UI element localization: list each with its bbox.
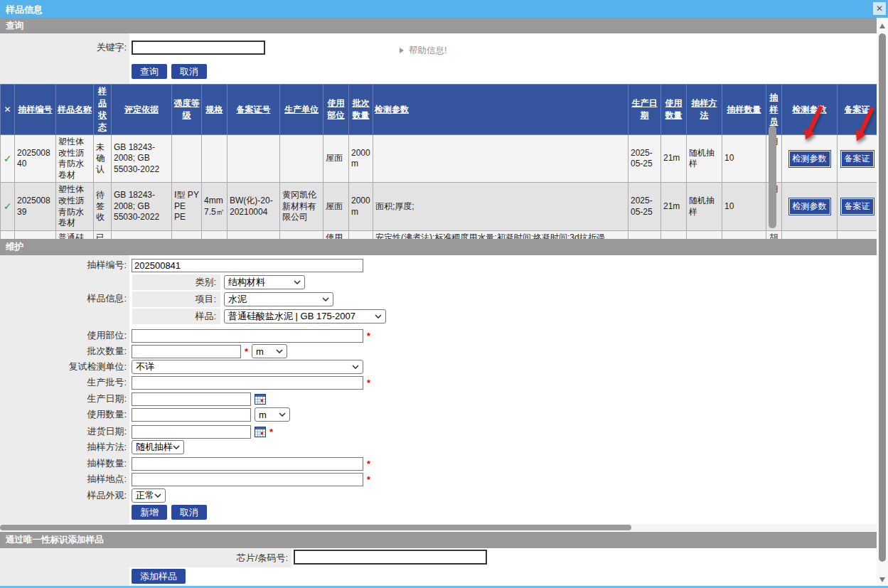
purchase-date-input[interactable] <box>132 425 251 439</box>
cell-batch-qty: 2000m <box>349 183 373 230</box>
col-header-sample-name[interactable]: 样品名称 <box>56 85 94 135</box>
category-select[interactable]: 结构材料 <box>224 275 305 289</box>
help-info-link[interactable]: 帮助信息! <box>400 45 446 57</box>
sample-place-input[interactable] <box>132 473 363 486</box>
add-sample-button[interactable]: 添加样品 <box>132 569 186 584</box>
cell-grade <box>172 135 202 183</box>
chevron-down-icon <box>154 493 161 498</box>
cell-use-part: 屋面 <box>323 183 349 230</box>
chevron-down-icon <box>173 445 180 449</box>
calendar-icon[interactable] <box>255 394 266 405</box>
cell-batch-qty: 2000m <box>349 135 373 183</box>
chip-barcode-input[interactable] <box>294 550 487 565</box>
prod-batch-input[interactable] <box>132 376 363 390</box>
use-part-input[interactable] <box>132 329 363 343</box>
batch-qty-unit-select[interactable]: m <box>252 344 287 358</box>
sample-no-input[interactable] <box>132 259 363 272</box>
method-select[interactable]: 随机抽样 <box>132 440 184 454</box>
close-icon[interactable]: ✕ <box>873 2 886 15</box>
col-header-batch-qty[interactable]: 批次数量 <box>349 85 373 135</box>
cell-params <box>373 135 628 183</box>
col-header-use-qty[interactable]: 使用数量 <box>661 85 687 135</box>
row-select-cell[interactable]: ✓ <box>1 135 15 183</box>
cell-use-qty: 21m <box>661 135 687 183</box>
col-header-producer[interactable]: 生产单位 <box>280 85 323 135</box>
calendar-icon[interactable] <box>255 427 266 437</box>
section-header-maintain: 维护 <box>0 239 877 255</box>
maintain-cancel-button[interactable]: 取消 <box>171 505 207 520</box>
chevron-down-icon <box>279 412 286 417</box>
search-button[interactable]: 查询 <box>132 64 167 79</box>
project-select[interactable]: 水泥 <box>224 292 333 306</box>
use-qty-input[interactable] <box>132 408 251 422</box>
cell-sample-qty: 10 <box>722 183 766 230</box>
use-qty-unit-select[interactable]: m <box>255 407 290 422</box>
purchase-date-label: 进货日期: <box>0 424 127 439</box>
col-header-method[interactable]: 抽样方法 <box>687 85 722 135</box>
appearance-select[interactable]: 正常 <box>132 488 166 503</box>
required-mark: * <box>367 378 370 388</box>
cell-producer <box>280 135 323 183</box>
cell-params-button: 检测参数 <box>782 183 838 230</box>
vertical-scrollbar-thumb[interactable] <box>879 33 886 562</box>
cell-grade: Ⅰ型 PY PE PE <box>172 183 202 230</box>
batch-qty-label: 批次数量: <box>0 343 127 359</box>
cell-params-button: 检测参数 <box>782 135 838 183</box>
retest-unit-select[interactable]: 不详 <box>132 360 363 374</box>
col-header-cert-no[interactable]: 备案证号 <box>228 85 280 135</box>
cell-cert-no: BW(化)-20-20210004 <box>228 183 280 230</box>
col-header-spec[interactable]: 规格 <box>202 85 228 135</box>
cell-cert-no <box>228 135 280 183</box>
col-header-basis[interactable]: 评定依据 <box>112 85 172 135</box>
horizontal-scrollbar-thumb[interactable] <box>0 525 631 530</box>
col-header-use-part[interactable]: 使用部位 <box>323 85 349 135</box>
batch-qty-input[interactable] <box>132 345 241 358</box>
sample-select[interactable]: 普通硅酸盐水泥 | GB 175-2007 <box>224 309 386 324</box>
cert-button[interactable]: 备案证 <box>841 198 874 215</box>
prod-batch-label: 生产批号: <box>0 375 127 390</box>
params-button[interactable]: 检测参数 <box>789 151 830 167</box>
table-row: ✓ 202500839 塑性体改性沥青防水卷材 待签收 GB 18243-200… <box>1 183 877 230</box>
vertical-scrollbar[interactable] <box>877 18 888 588</box>
col-header-select[interactable]: ✕ <box>1 85 15 135</box>
table-scrollbar-thumb[interactable] <box>769 126 776 228</box>
help-text: 帮助信息! <box>409 46 446 55</box>
sample-label: 样品: <box>132 309 220 324</box>
scroll-up-icon[interactable] <box>879 23 885 28</box>
cell-sample-no: 202500839 <box>15 183 56 230</box>
params-button[interactable]: 检测参数 <box>789 198 830 215</box>
col-header-grade[interactable]: 强度等级 <box>172 85 202 135</box>
query-cancel-button[interactable]: 取消 <box>171 64 207 79</box>
sample-no-label: 抽样编号: <box>0 257 127 273</box>
prod-date-label: 生产日期: <box>0 391 127 407</box>
cell-sample-no: 202500840 <box>15 135 56 183</box>
cell-params: 面积;厚度; <box>373 183 628 230</box>
keyword-input[interactable] <box>132 41 265 55</box>
sample-qty-input[interactable] <box>132 457 363 471</box>
dialog-content: 查询 关键字: 帮助信息! 查询 取消 ✕ 抽样编号 样品名称 <box>0 18 877 588</box>
scroll-down-icon[interactable] <box>879 577 885 582</box>
query-panel: 关键字: 帮助信息! 查询 取消 <box>0 33 877 84</box>
appearance-label: 样品外观: <box>0 488 127 503</box>
col-header-params[interactable]: 检测参数 <box>373 85 628 135</box>
col-header-status[interactable]: 样品状态 <box>94 85 112 135</box>
check-icon: ✓ <box>4 153 12 164</box>
col-header-prod-date[interactable]: 生产日期 <box>628 85 661 135</box>
chevron-down-icon <box>352 365 359 369</box>
cell-basis: GB 18243-2008; GB 55030-2022 <box>112 183 172 230</box>
cert-button[interactable]: 备案证 <box>841 151 874 167</box>
project-label: 项目: <box>132 292 220 307</box>
chevron-down-icon <box>276 349 283 353</box>
col-header-sample-no[interactable]: 抽样编号 <box>15 85 56 135</box>
table-header-row: ✕ 抽样编号 样品名称 样品状态 评定依据 强度等级 规格 备案证号 生产单位 … <box>1 85 877 135</box>
required-mark: * <box>367 331 370 341</box>
add-button[interactable]: 新增 <box>132 505 167 520</box>
chevron-down-icon <box>322 297 329 301</box>
check-icon: ✓ <box>4 201 12 212</box>
prod-date-input[interactable] <box>132 392 251 406</box>
dialog-titlebar: 样品信息 ✕ <box>0 0 888 18</box>
col-header-sample-qty[interactable]: 抽样数量 <box>722 85 766 135</box>
cell-spec <box>202 135 228 183</box>
horizontal-scrollbar[interactable] <box>0 524 877 531</box>
row-select-cell[interactable]: ✓ <box>1 183 15 230</box>
